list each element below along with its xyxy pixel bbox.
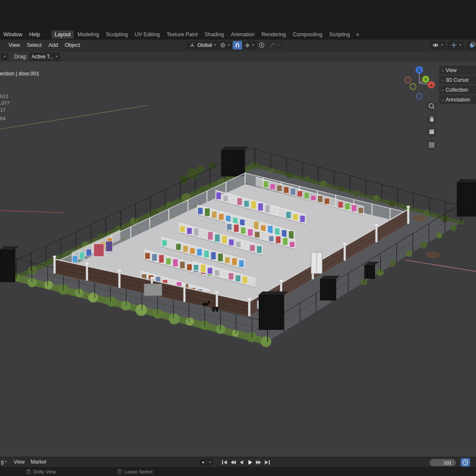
chevron-down-icon: ▾ <box>214 43 216 47</box>
magnifier-icon <box>427 102 436 111</box>
hand-icon <box>427 115 436 124</box>
drag-mode-value: Active T... <box>32 54 54 60</box>
chevron-right-icon: › <box>442 97 444 102</box>
chevron-down-icon: ▾ <box>56 55 58 58</box>
camera-icon <box>427 127 436 137</box>
zoom-button[interactable] <box>427 101 437 112</box>
viewport-3d-scene[interactable] <box>0 62 476 457</box>
panel-tab-collections[interactable]: › Collection <box>439 85 476 94</box>
drag-mode-dropdown[interactable]: Active T... ▾ <box>29 52 60 61</box>
tab-sculpting[interactable]: Sculpting <box>103 30 130 39</box>
timeline-menu-view[interactable]: View <box>14 459 25 465</box>
orientation-axes-icon <box>189 42 195 48</box>
proportional-falloff-dropdown[interactable]: ▾ <box>267 41 282 49</box>
menu-select[interactable]: Select <box>23 41 45 49</box>
tab-rendering[interactable]: Rendering <box>258 30 289 39</box>
status-bar: Dolly View Lasso Select <box>0 467 476 476</box>
mouse-icon <box>26 469 31 475</box>
axis-x-negative[interactable] <box>405 77 411 83</box>
frame-number: 101 <box>444 460 452 465</box>
chevron-down-icon: ▾ <box>5 460 7 464</box>
overlays-icon <box>469 42 476 49</box>
navigation-gizmo[interactable]: Z Y X <box>401 64 439 102</box>
axis-z-label: Z <box>418 68 421 72</box>
panel-tab-3d-cursor[interactable]: › 3D Cursor <box>439 75 476 84</box>
timeline-menu-cut[interactable]: g ▾ <box>1 459 7 465</box>
timeline-menu-marker[interactable]: Marker <box>31 459 46 465</box>
topbar-space <box>0 0 476 29</box>
chevron-down-icon: ▾ <box>4 55 6 58</box>
transform-orientation-dropdown[interactable]: Global ▾ <box>187 41 219 49</box>
viewport-statistics: 513 ,077 17 64 <box>0 93 9 122</box>
tool-settings-bar: ▾ Drag: Active T... ▾ <box>0 51 476 62</box>
tab-uv-editing[interactable]: UV Editing <box>132 30 163 39</box>
snap-settings-dropdown[interactable]: ▾ <box>242 41 257 49</box>
tool-dropdown-cut[interactable]: ▾ <box>1 53 9 61</box>
eye-icon <box>432 42 439 49</box>
axis-y-label: Y <box>424 78 427 82</box>
tab-compositing[interactable]: Compositing <box>290 30 325 39</box>
play-reverse-button[interactable] <box>238 459 245 466</box>
panel-label: Annotation <box>446 97 470 103</box>
panel-label: View <box>446 67 457 73</box>
falloff-curve-icon <box>269 42 275 48</box>
menu-view[interactable]: View <box>5 41 23 49</box>
prev-keyframe-button[interactable] <box>229 459 237 466</box>
pan-button[interactable] <box>427 114 437 124</box>
show-overlays-dropdown[interactable]: ▾ <box>466 41 476 49</box>
chevron-right-icon: › <box>442 78 444 83</box>
chevron-right-icon: › <box>442 68 444 73</box>
tab-layout[interactable]: Layout <box>52 30 74 39</box>
playback-controls <box>221 459 271 466</box>
panel-tab-annotations[interactable]: › Annotation <box>439 95 476 104</box>
menu-help[interactable]: Help <box>26 31 43 38</box>
snap-toggle-button[interactable] <box>233 41 242 49</box>
menu-window[interactable]: Window <box>0 31 26 38</box>
menu-add[interactable]: Add <box>45 41 61 49</box>
blender-window: { "topbar": { "menus": ["Window", "Help"… <box>0 0 476 476</box>
blender-topbar: Window Help Layout Modeling Sculpting UV… <box>0 29 476 40</box>
workspace-tabs: Layout Modeling Sculpting UV Editing Tex… <box>51 30 362 39</box>
stat-line: 64 <box>0 115 9 122</box>
stat-line: 513 <box>0 93 9 100</box>
jump-to-end-button[interactable] <box>263 459 271 466</box>
pivot-icon <box>220 42 226 48</box>
tab-shading[interactable]: Shading <box>202 30 227 39</box>
tab-texture-paint[interactable]: Texture Paint <box>164 30 201 39</box>
menu-object[interactable]: Object <box>61 41 84 49</box>
axis-x-label: X <box>430 83 433 87</box>
axis-y-negative[interactable] <box>410 84 416 89</box>
magnet-icon <box>234 42 240 48</box>
axis-z-negative[interactable] <box>416 93 422 99</box>
chevron-right-icon: › <box>442 87 444 92</box>
chevron-down-icon: ▾ <box>277 43 279 47</box>
current-frame-field[interactable]: 101 <box>430 459 456 466</box>
stat-line: ,077 <box>0 100 9 107</box>
tab-modeling[interactable]: Modeling <box>75 30 102 39</box>
panel-tab-view[interactable]: › View <box>439 66 476 75</box>
orthographic-toggle-button[interactable] <box>427 140 437 150</box>
proportional-editing-icon[interactable] <box>258 42 265 49</box>
hint-label: Dolly View <box>33 469 56 474</box>
sync-clock-button[interactable] <box>461 458 470 467</box>
orientation-label: Global <box>197 42 212 48</box>
hint-label: Lasso Select <box>124 469 153 474</box>
grid-icon <box>427 140 436 150</box>
chevron-down-icon: ▾ <box>228 43 230 47</box>
tab-scripting[interactable]: Scripting <box>326 30 353 39</box>
chevron-down-icon: ▾ <box>459 43 461 47</box>
tab-animation[interactable]: Animation <box>228 30 258 39</box>
jump-to-start-button[interactable] <box>221 459 228 466</box>
object-visibility-dropdown[interactable]: ▾ <box>430 41 445 49</box>
show-gizmo-dropdown[interactable]: ▾ <box>448 41 464 49</box>
pivot-point-dropdown[interactable]: ▾ <box>217 41 232 49</box>
add-workspace-button[interactable]: + <box>353 31 362 38</box>
stat-line: 17 <box>0 107 9 113</box>
play-button[interactable] <box>246 459 254 466</box>
camera-view-button[interactable] <box>427 127 437 137</box>
timeline-bar: g ▾ View Marker ● ▾ 101 <box>0 457 476 467</box>
next-keyframe-button[interactable] <box>255 459 263 466</box>
chevron-down-icon: ▾ <box>209 461 211 464</box>
panel-label: Collection <box>446 87 468 93</box>
auto-keying-toggle[interactable]: ● ▾ <box>199 459 213 466</box>
